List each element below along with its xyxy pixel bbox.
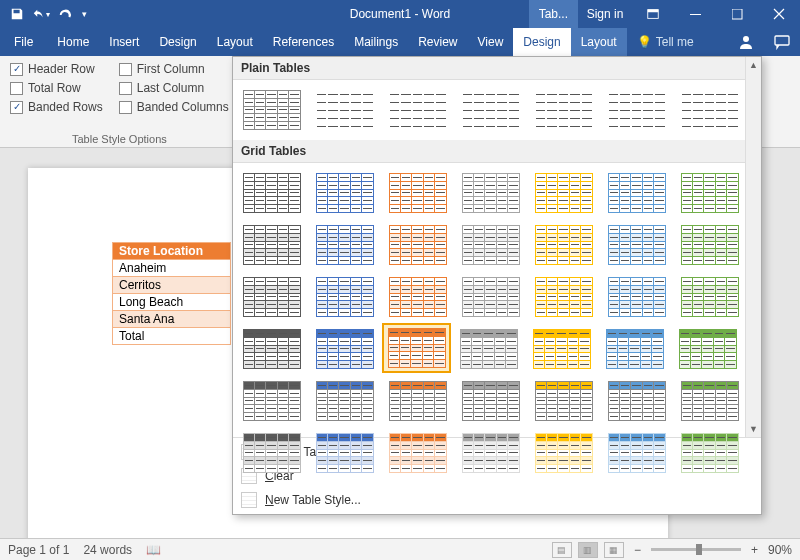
- table-style-thumb[interactable]: [675, 428, 744, 478]
- table-style-thumb[interactable]: [602, 376, 671, 426]
- tab-layout[interactable]: Layout: [207, 28, 263, 56]
- table-style-thumb[interactable]: [237, 272, 306, 322]
- proofing-icon[interactable]: 📖: [146, 543, 161, 557]
- table-style-thumb[interactable]: [602, 220, 671, 270]
- table-style-thumb[interactable]: [456, 85, 525, 135]
- table-style-thumb[interactable]: [454, 324, 523, 374]
- table-style-thumb[interactable]: [529, 428, 598, 478]
- table-style-thumb[interactable]: [529, 168, 598, 218]
- table-cell[interactable]: Anaheim: [113, 260, 231, 277]
- qat-customize-icon[interactable]: ▾: [78, 3, 90, 25]
- table-header-cell[interactable]: Store Location: [113, 243, 231, 260]
- table-style-thumb[interactable]: [600, 324, 669, 374]
- read-mode-icon[interactable]: ▤: [552, 542, 572, 558]
- minimize-button[interactable]: [674, 0, 716, 28]
- table-style-thumb[interactable]: [310, 220, 379, 270]
- table-style-thumb[interactable]: [237, 168, 306, 218]
- maximize-button[interactable]: [716, 0, 758, 28]
- tab-table-layout[interactable]: Layout: [571, 28, 627, 56]
- redo-icon[interactable]: [54, 3, 76, 25]
- table-cell[interactable]: Cerritos: [113, 277, 231, 294]
- table-cell[interactable]: Santa Ana: [113, 311, 231, 328]
- table-style-thumb[interactable]: [675, 168, 744, 218]
- table-style-thumb[interactable]: [237, 85, 306, 135]
- table-style-thumb[interactable]: [383, 220, 452, 270]
- table-style-thumb[interactable]: [529, 85, 598, 135]
- table-style-thumb[interactable]: [310, 428, 379, 478]
- scroll-down-icon[interactable]: ▼: [746, 421, 761, 437]
- table-style-thumb[interactable]: [602, 168, 671, 218]
- table-style-thumb[interactable]: [383, 168, 452, 218]
- table-style-thumb[interactable]: [382, 323, 451, 373]
- table-style-thumb[interactable]: [310, 324, 379, 374]
- checkbox-total-row[interactable]: Total Row: [10, 81, 103, 95]
- undo-icon[interactable]: ▾: [30, 3, 52, 25]
- table-style-thumb[interactable]: [383, 376, 452, 426]
- ribbon-display-options-icon[interactable]: [632, 0, 674, 28]
- table-style-thumb[interactable]: [310, 272, 379, 322]
- tab-insert[interactable]: Insert: [99, 28, 149, 56]
- table-style-thumb[interactable]: [456, 220, 525, 270]
- table-style-thumb[interactable]: [237, 376, 306, 426]
- table-style-thumb[interactable]: [675, 272, 744, 322]
- table-style-thumb[interactable]: [675, 220, 744, 270]
- tab-design[interactable]: Design: [149, 28, 206, 56]
- checkbox-banded-columns[interactable]: Banded Columns: [119, 100, 229, 114]
- zoom-level[interactable]: 90%: [768, 543, 792, 557]
- table-style-thumb[interactable]: [675, 85, 744, 135]
- word-count[interactable]: 24 words: [83, 543, 132, 557]
- tab-view[interactable]: View: [468, 28, 514, 56]
- zoom-in-button[interactable]: +: [747, 543, 762, 557]
- tab-home[interactable]: Home: [47, 28, 99, 56]
- zoom-slider[interactable]: [651, 548, 741, 551]
- table-style-thumb[interactable]: [456, 428, 525, 478]
- table-style-thumb[interactable]: [310, 376, 379, 426]
- table-style-thumb[interactable]: [675, 376, 744, 426]
- save-icon[interactable]: [6, 3, 28, 25]
- table-style-thumb[interactable]: [673, 324, 742, 374]
- checkbox-header-row[interactable]: Header Row: [10, 62, 103, 76]
- checkbox-last-column[interactable]: Last Column: [119, 81, 229, 95]
- checkbox-first-column[interactable]: First Column: [119, 62, 229, 76]
- tell-me-search[interactable]: 💡Tell me: [627, 35, 704, 49]
- table-style-thumb[interactable]: [310, 168, 379, 218]
- table-style-thumb[interactable]: [456, 272, 525, 322]
- zoom-out-button[interactable]: −: [630, 543, 645, 557]
- table-style-thumb[interactable]: [529, 376, 598, 426]
- sign-in-button[interactable]: Sign in: [578, 0, 632, 28]
- table-style-thumb[interactable]: [456, 376, 525, 426]
- share-user-icon[interactable]: [728, 34, 764, 50]
- page-indicator[interactable]: Page 1 of 1: [8, 543, 69, 557]
- print-layout-icon[interactable]: ▥: [578, 542, 598, 558]
- table-style-thumb[interactable]: [529, 272, 598, 322]
- table-style-thumb[interactable]: [383, 272, 452, 322]
- table-style-thumb[interactable]: [237, 220, 306, 270]
- table-cell[interactable]: Total: [113, 328, 231, 345]
- table-style-thumb[interactable]: [602, 85, 671, 135]
- table-tools-tab[interactable]: Tab...: [529, 0, 578, 28]
- table-style-thumb[interactable]: [383, 85, 452, 135]
- close-button[interactable]: [758, 0, 800, 28]
- tab-table-design[interactable]: Design: [513, 28, 570, 56]
- table-style-thumb[interactable]: [237, 428, 306, 478]
- table-style-thumb[interactable]: [383, 428, 452, 478]
- table-style-thumb[interactable]: [237, 324, 306, 374]
- gallery-scrollbar[interactable]: ▲ ▼: [745, 57, 761, 437]
- new-table-style-item[interactable]: New Table Style...: [233, 488, 761, 512]
- document-table[interactable]: Store Location Anaheim Cerritos Long Bea…: [112, 242, 231, 345]
- table-style-thumb[interactable]: [602, 272, 671, 322]
- tab-file[interactable]: File: [0, 28, 47, 56]
- table-cell[interactable]: Long Beach: [113, 294, 231, 311]
- scroll-up-icon[interactable]: ▲: [746, 57, 761, 73]
- web-layout-icon[interactable]: ▦: [604, 542, 624, 558]
- checkbox-banded-rows[interactable]: Banded Rows: [10, 100, 103, 114]
- table-style-thumb[interactable]: [310, 85, 379, 135]
- table-style-thumb[interactable]: [456, 168, 525, 218]
- comments-icon[interactable]: [764, 34, 800, 50]
- tab-mailings[interactable]: Mailings: [344, 28, 408, 56]
- tab-review[interactable]: Review: [408, 28, 467, 56]
- table-style-thumb[interactable]: [527, 324, 596, 374]
- table-style-thumb[interactable]: [529, 220, 598, 270]
- tab-references[interactable]: References: [263, 28, 344, 56]
- table-style-thumb[interactable]: [602, 428, 671, 478]
